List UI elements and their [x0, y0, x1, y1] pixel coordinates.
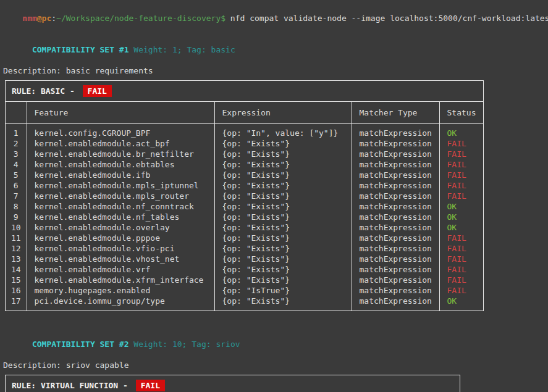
- cell-matcher-type: matchExpression: [352, 296, 439, 311]
- cell-expression: {op: "Exists"}: [214, 222, 352, 233]
- cell-status: FAIL: [439, 138, 483, 149]
- cell-matcher-type: matchExpression: [352, 191, 439, 201]
- cell-status: OK: [439, 222, 483, 233]
- cell-status: FAIL: [439, 264, 483, 275]
- table-row: 12kernel.enabledmodule.vfio-pci{op: "Exi…: [6, 243, 483, 254]
- compat-set-2-title: COMPATIBILITY SET #2: [32, 340, 129, 349]
- terminal-screen: nmm@pc:~/Workspace/node-feature-discover…: [0, 0, 548, 392]
- table-row: 8kernel.enabledmodule.nf_conntrack{op: "…: [6, 201, 483, 212]
- table-row: 3kernel.enabledmodule.br_netfilter{op: "…: [6, 149, 483, 159]
- table-row: 13kernel.enabledmodule.vhost_net{op: "Ex…: [6, 254, 483, 264]
- cell-num: 13: [6, 254, 27, 264]
- col-header-num: [6, 102, 27, 124]
- compat-set-1-heading: COMPATIBILITY SET #1 Weight: 1; Tag: bas…: [3, 34, 548, 65]
- compat-set-1-meta: Weight: 1; Tag: basic: [129, 45, 235, 54]
- cell-matcher-type: matchExpression: [352, 254, 439, 264]
- compat-set-1-title: COMPATIBILITY SET #1: [32, 45, 129, 54]
- cell-expression: {op: "Exists"}: [214, 138, 352, 149]
- cell-feature: memory.hugepages.enabled: [27, 285, 214, 296]
- table-row: 1kernel.config.CGROUP_BPF{op: "In", valu…: [6, 124, 483, 139]
- cell-expression: {op: "Exists"}: [214, 264, 352, 275]
- cell-num: 1: [6, 124, 27, 139]
- cell-feature: kernel.enabledmodule.xfrm_interface: [27, 275, 214, 285]
- table-row: 16memory.hugepages.enabled{op: "IsTrue"}…: [6, 285, 483, 296]
- cell-feature: kernel.enabledmodule.vfio-pci: [27, 243, 214, 254]
- prompt-user: nmm: [22, 14, 36, 23]
- col-header-feature: Feature: [27, 102, 214, 124]
- cell-num: 7: [6, 191, 27, 201]
- prompt-host: @pc: [37, 14, 51, 23]
- cell-status: FAIL: [439, 170, 483, 180]
- cell-feature: kernel.enabledmodule.act_bpf: [27, 138, 214, 149]
- cell-expression: {op: "Exists"}: [214, 212, 352, 222]
- cell-num: 16: [6, 285, 27, 296]
- cell-status: OK: [439, 201, 483, 212]
- cell-status: FAIL: [439, 159, 483, 170]
- table-header-row: Feature Expression Matcher Type Status: [6, 102, 483, 124]
- cell-matcher-type: matchExpression: [352, 275, 439, 285]
- table-row: 4kernel.enabledmodule.ebtables{op: "Exis…: [6, 159, 483, 170]
- cell-matcher-type: matchExpression: [352, 180, 439, 191]
- col-header-status: Status: [439, 102, 483, 124]
- col-header-matcher-type: Matcher Type: [352, 102, 439, 124]
- cell-num: 5: [6, 170, 27, 180]
- cell-num: 9: [6, 212, 27, 222]
- cell-status: OK: [439, 124, 483, 139]
- prompt-colon: :: [51, 14, 56, 23]
- cell-num: 10: [6, 222, 27, 233]
- cell-matcher-type: matchExpression: [352, 222, 439, 233]
- cell-status: FAIL: [439, 275, 483, 285]
- cell-expression: {op: "In", value: ["y"]}: [214, 124, 352, 139]
- compat-set-2-description: Description: sriov capable: [3, 360, 548, 370]
- cell-matcher-type: matchExpression: [352, 149, 439, 159]
- cell-expression: {op: "Exists"}: [214, 254, 352, 264]
- compat-set-2: COMPATIBILITY SET #2 Weight: 10; Tag: sr…: [3, 328, 548, 392]
- cell-num: 17: [6, 296, 27, 311]
- cell-num: 15: [6, 275, 27, 285]
- cell-matcher-type: matchExpression: [352, 264, 439, 275]
- cell-feature: pci.device.iommu_group/type: [27, 296, 214, 311]
- cell-status: OK: [439, 212, 483, 222]
- cell-expression: {op: "Exists"}: [214, 275, 352, 285]
- rule-title-basic: RULE: BASIC - FAIL: [6, 81, 483, 102]
- cell-status: FAIL: [439, 149, 483, 159]
- prompt-path: ~/Workspace/node-feature-discovery: [56, 14, 221, 23]
- cell-status: FAIL: [439, 233, 483, 243]
- cell-matcher-type: matchExpression: [352, 233, 439, 243]
- cell-feature: kernel.enabledmodule.nf_tables: [27, 212, 214, 222]
- cell-num: 6: [6, 180, 27, 191]
- table-row: 10kernel.enabledmodule.overlay{op: "Exis…: [6, 222, 483, 233]
- rule-table-basic: RULE: BASIC - FAIL Feature Expression Ma…: [5, 80, 484, 311]
- table-row: 17pci.device.iommu_group/type{op: "Exist…: [6, 296, 483, 311]
- cell-expression: {op: "Exists"}: [214, 243, 352, 254]
- cell-feature: kernel.enabledmodule.ebtables: [27, 159, 214, 170]
- shell-prompt-line: nmm@pc:~/Workspace/node-feature-discover…: [3, 2, 548, 34]
- cell-feature: kernel.enabledmodule.vhost_net: [27, 254, 214, 264]
- cell-status: FAIL: [439, 191, 483, 201]
- rule-status-badge: FAIL: [83, 85, 112, 97]
- cell-status: FAIL: [439, 254, 483, 264]
- cell-expression: {op: "Exists"}: [214, 159, 352, 170]
- cell-feature: kernel.enabledmodule.overlay: [27, 222, 214, 233]
- cell-status: FAIL: [439, 180, 483, 191]
- cell-matcher-type: matchExpression: [352, 243, 439, 254]
- prompt-command: nfd compat validate-node --image localho…: [226, 14, 548, 23]
- compat-set-1-description: Description: basic requirements: [3, 65, 548, 76]
- cell-feature: kernel.enabledmodule.ifb: [27, 170, 214, 180]
- cell-expression: {op: "Exists"}: [214, 191, 352, 201]
- cell-num: 11: [6, 233, 27, 243]
- table-row: 5kernel.enabledmodule.ifb{op: "Exists"}m…: [6, 170, 483, 180]
- col-header-expression: Expression: [214, 102, 352, 124]
- table-row: 15kernel.enabledmodule.xfrm_interface{op…: [6, 275, 483, 285]
- table-row: 6kernel.enabledmodule.mpls_iptunnel{op: …: [6, 180, 483, 191]
- cell-matcher-type: matchExpression: [352, 159, 439, 170]
- table-row: 2kernel.enabledmodule.act_bpf{op: "Exist…: [6, 138, 483, 149]
- cell-num: 2: [6, 138, 27, 149]
- cell-num: 3: [6, 149, 27, 159]
- prompt-dollar: $: [221, 14, 226, 23]
- rule-status-badge: FAIL: [136, 380, 165, 391]
- cell-num: 12: [6, 243, 27, 254]
- cell-matcher-type: matchExpression: [352, 138, 439, 149]
- cell-matcher-type: matchExpression: [352, 124, 439, 139]
- cell-status: FAIL: [439, 243, 483, 254]
